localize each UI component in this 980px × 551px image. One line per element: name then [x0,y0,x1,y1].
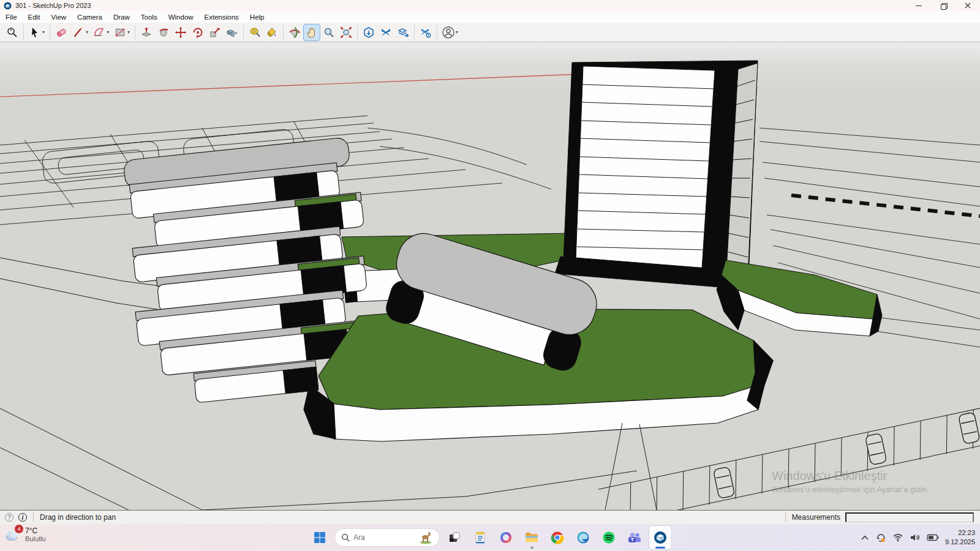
task-view-button[interactable] [443,526,466,549]
scale-tool-button[interactable] [207,24,223,40]
menu-camera[interactable]: Camera [72,12,108,22]
extension-manager-button[interactable] [418,24,434,40]
geolocation-help-icon[interactable]: ? [5,513,13,522]
3d-warehouse-icon [363,26,375,39]
zoom-tool-button[interactable] [321,24,337,40]
menu-tools[interactable]: Tools [135,12,163,22]
search-input[interactable] [353,533,415,542]
menu-draw[interactable]: Draw [108,12,135,22]
battery-icon[interactable] [927,534,939,541]
sketchup-app-icon [653,530,668,545]
toolbar-separator [135,25,135,40]
copilot-icon [499,531,513,544]
measurements-input[interactable] [845,512,974,522]
sign-in-dropdown[interactable]: ▾ [456,29,461,35]
minimize-icon [916,6,922,6]
wifi-icon[interactable] [892,533,903,542]
follow-me-icon [157,26,170,39]
spotify-button[interactable] [598,526,620,549]
scale-icon [209,26,221,39]
send-model-icon [397,26,409,39]
tray-chevron-up-icon[interactable] [861,534,869,541]
arc-tool-button[interactable] [91,24,107,40]
menu-view[interactable]: View [45,12,72,22]
pan-tool-button[interactable] [304,24,320,40]
minimize-button[interactable] [907,0,931,11]
menu-help[interactable]: Help [244,12,270,22]
viewport: Windows'u Etkinleştir Windows'u etkinleş… [0,42,980,510]
sketchup-taskbar-button[interactable] [649,526,671,549]
weather-widget[interactable]: 4 7°C Bulutlu [5,527,46,542]
zoom-extents-tool-button[interactable] [338,24,354,40]
menu-extensions[interactable]: Extensions [199,12,244,22]
select-dropdown[interactable]: ▾ [42,29,47,35]
rotate-tool-button[interactable] [190,24,206,40]
sketchup-window: 301 - SketchUp Pro 2023 File Edit View C… [0,0,980,551]
paint-bucket-tool-button[interactable] [264,24,280,40]
offset-icon [226,26,238,39]
rectangle-tool-button[interactable] [112,24,128,40]
start-button[interactable] [309,526,331,549]
follow-me-tool-button[interactable] [156,24,172,40]
rotate-icon [192,26,204,39]
chrome-button[interactable] [546,526,568,549]
zoom-extents-icon [340,26,352,39]
search-tool-button[interactable] [4,24,20,40]
tape-measure-tool-button[interactable] [247,24,263,40]
rectangle-icon [114,26,126,39]
measurements-label: Measurements [792,513,840,522]
line-dropdown[interactable]: ▾ [86,29,91,35]
orbit-tool-button[interactable] [287,24,303,40]
file-explorer-button[interactable] [521,526,543,549]
arc-icon [93,26,105,39]
warehouse-3d-button[interactable] [361,24,377,40]
edge-button[interactable] [572,526,594,549]
menu-window[interactable]: Window [163,12,199,22]
close-button[interactable] [956,0,980,11]
teams-button[interactable] [624,526,646,549]
eraser-tool-button[interactable] [53,24,69,40]
teams-icon [627,531,642,544]
extension-warehouse-button[interactable] [378,24,394,40]
update-sync-icon[interactable] [875,533,886,542]
notepad-button[interactable] [469,526,491,549]
sketchup-logo-icon [4,2,12,10]
extension-manager-icon [420,26,432,39]
select-tool-button[interactable] [27,24,43,40]
offset-tool-button[interactable] [224,24,240,40]
window-title: 301 - SketchUp Pro 2023 [15,2,91,9]
send-model-button[interactable] [395,24,411,40]
push-pull-tool-button[interactable] [138,24,154,40]
menu-file[interactable]: File [0,12,23,22]
toolbar-separator [357,25,358,40]
toolbar-separator [243,25,244,40]
move-tool-button[interactable] [173,24,189,40]
orbit-icon [288,26,301,39]
menu-edit[interactable]: Edit [23,12,46,22]
taskbar-search[interactable] [334,528,440,547]
sign-in-account-icon [442,26,455,39]
toolbar-separator [283,25,284,40]
sign-in-button[interactable] [440,24,456,40]
toolbar-separator [50,25,50,40]
copilot-button[interactable] [495,526,517,549]
paint-bucket-icon [266,26,278,39]
spotify-icon [602,531,616,544]
weather-alert-badge: 4 [15,525,23,533]
speaker-icon[interactable] [910,533,921,542]
tray-clock[interactable]: 22:23 9.12.2025 [945,528,975,547]
move-icon [175,26,187,39]
viewport-3d-scene[interactable] [0,42,980,510]
toolbar-separator [23,25,24,40]
info-icon[interactable]: i [18,513,27,522]
tray-time: 22:23 [945,528,975,538]
restore-button[interactable] [931,0,956,11]
edge-icon [576,531,590,544]
weather-temp: 7°C [25,527,46,535]
menubar: File Edit View Camera Draw Tools Window … [0,11,980,23]
arc-dropdown[interactable]: ▾ [107,29,111,35]
line-tool-button[interactable] [70,24,86,40]
pan-hand-icon [306,26,318,39]
restore-icon [941,3,946,9]
rectangle-dropdown[interactable]: ▾ [127,29,132,35]
